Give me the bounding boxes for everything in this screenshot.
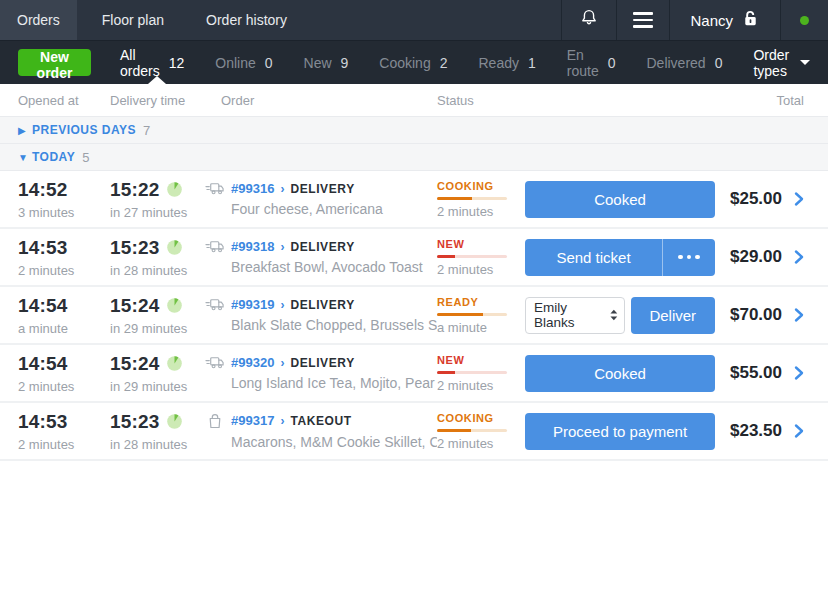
open-order-chevron-icon[interactable] — [794, 249, 804, 265]
timer-pie-icon — [166, 355, 183, 372]
open-order-chevron-icon[interactable] — [794, 365, 804, 381]
order-row[interactable]: 14:53 2 minutes 15:23 in 28 minutes #993… — [0, 403, 828, 461]
bag-icon — [205, 413, 225, 429]
order-row[interactable]: 14:53 2 minutes 15:23 in 28 minutes #993… — [0, 229, 828, 287]
order-number-link[interactable]: #99320 — [231, 355, 274, 370]
filter-tab-ready[interactable]: Ready 1 — [479, 55, 536, 71]
filter-tab-delivered[interactable]: Delivered 0 — [646, 55, 722, 71]
filter-tab-all-orders[interactable]: All orders 12 — [120, 47, 184, 79]
notifications-button[interactable] — [561, 0, 616, 40]
opened-ago: 2 minutes — [18, 437, 110, 452]
nav-tab-order-history-label: Order history — [206, 12, 287, 28]
order-items: Breakfast Bowl, Avocado Toast — [205, 259, 437, 275]
column-header-delivery-time: Delivery time — [110, 93, 205, 108]
nav-tab-floor-plan[interactable]: Floor plan — [85, 0, 181, 40]
status-label: NEW — [437, 354, 525, 366]
filter-tab-new[interactable]: New 9 — [304, 55, 349, 71]
filter-bar: New order All orders 12 Online 0 New 9 C… — [0, 41, 828, 84]
timer-pie-icon — [166, 297, 183, 314]
nav-tab-order-history[interactable]: Order history — [189, 0, 304, 40]
order-cell: #99316 › DELIVERY Four cheese, Americana — [205, 181, 437, 217]
opened-at-cell: 14:54 a minute — [18, 295, 110, 336]
open-order-chevron-icon[interactable] — [794, 191, 804, 207]
section-today[interactable]: ▼ TODAY 5 — [0, 144, 828, 171]
section-label: TODAY — [32, 150, 75, 164]
delivery-in: in 29 minutes — [110, 379, 205, 394]
delivery-time: 15:23 — [110, 411, 160, 433]
order-items: Blank Slate Chopped, Brussels Sp... — [205, 317, 437, 333]
delivery-time-cell: 15:22 in 27 minutes — [110, 179, 205, 220]
proceed-to-payment-button[interactable]: Proceed to payment — [525, 413, 715, 450]
order-type-label: TAKEOUT — [290, 414, 351, 428]
hamburger-icon — [633, 12, 653, 28]
courier-select[interactable]: Emily Blanks — [525, 297, 625, 334]
caret-down-icon: ▼ — [18, 152, 32, 163]
order-row[interactable]: 14:54 2 minutes 15:24 in 29 minutes #993… — [0, 345, 828, 403]
filter-tab-count: 12 — [169, 55, 185, 71]
section-count: 5 — [82, 150, 89, 165]
open-order-chevron-icon[interactable] — [794, 423, 804, 439]
order-row[interactable]: 14:54 a minute 15:24 in 29 minutes #9931… — [0, 287, 828, 345]
user-name: Nancy — [690, 12, 733, 29]
status-cell: COOKING 2 minutes — [437, 180, 525, 219]
timer-pie-icon — [166, 239, 183, 256]
filter-tab-cooking[interactable]: Cooking 2 — [379, 55, 447, 71]
courier-select-value: Emily Blanks — [534, 300, 609, 330]
filter-tabs: All orders 12 Online 0 New 9 Cooking 2 R… — [120, 47, 753, 79]
order-number-link[interactable]: #99319 — [231, 297, 274, 312]
action-cell: Cooked — [525, 355, 715, 392]
order-cell: #99320 › DELIVERY Long Island Ice Tea, M… — [205, 355, 437, 391]
deliver-button[interactable]: Deliver — [631, 297, 716, 334]
column-header-status: Status — [437, 93, 525, 108]
dot-icon — [695, 255, 700, 260]
order-total: $55.00 — [730, 363, 782, 383]
new-order-button[interactable]: New order — [18, 49, 91, 76]
filter-tab-count: 0 — [608, 55, 616, 71]
filter-tab-label: All orders — [120, 47, 160, 79]
opened-ago: 2 minutes — [18, 379, 110, 394]
connection-status — [780, 0, 828, 40]
menu-button[interactable] — [616, 0, 669, 40]
order-total: $29.00 — [730, 247, 782, 267]
opened-ago: a minute — [18, 321, 110, 336]
delivery-time-cell: 15:23 in 28 minutes — [110, 237, 205, 278]
cooked-button[interactable]: Cooked — [525, 355, 715, 392]
nav-tab-orders[interactable]: Orders — [0, 0, 77, 40]
order-number-link[interactable]: #99317 — [231, 413, 274, 428]
status-cell: NEW 2 minutes — [437, 354, 525, 393]
filter-tab-label: Delivered — [646, 55, 705, 71]
status-progress-bar — [437, 197, 507, 200]
order-row[interactable]: 14:52 3 minutes 15:22 in 27 minutes #993… — [0, 171, 828, 229]
open-order-chevron-icon[interactable] — [794, 307, 804, 323]
filter-tab-count: 0 — [715, 55, 723, 71]
opened-at-cell: 14:53 2 minutes — [18, 411, 110, 452]
column-header-total: Total — [715, 93, 804, 108]
filter-tab-online[interactable]: Online 0 — [215, 55, 272, 71]
status-label: COOKING — [437, 180, 525, 192]
filter-tab-label: Online — [215, 55, 255, 71]
order-items: Four cheese, Americana — [205, 201, 437, 217]
dot-icon — [678, 255, 683, 260]
filter-tab-label: En route — [567, 47, 599, 79]
order-cell: #99317 › TAKEOUT Macarons, M&M Cookie Sk… — [205, 413, 437, 450]
delivery-time: 15:24 — [110, 353, 160, 375]
order-types-dropdown[interactable]: Order types — [753, 47, 810, 79]
order-number-link[interactable]: #99318 — [231, 239, 274, 254]
orders-app: Orders Floor plan Order history Nancy — [0, 0, 828, 599]
filter-tab-en-route[interactable]: En route 0 — [567, 47, 616, 79]
cooked-button[interactable]: Cooked — [525, 181, 715, 218]
section-previous-days[interactable]: ▶ PREVIOUS DAYS 7 — [0, 117, 828, 144]
caret-right-icon: ▶ — [18, 125, 32, 136]
empty-area — [0, 461, 828, 599]
filter-tab-label: Ready — [479, 55, 519, 71]
send-ticket-button[interactable]: Send ticket — [525, 239, 662, 276]
opened-ago: 3 minutes — [18, 205, 110, 220]
more-actions-button[interactable] — [663, 239, 715, 276]
user-menu[interactable]: Nancy — [669, 0, 780, 40]
status-cell: NEW 2 minutes — [437, 238, 525, 277]
order-number-link[interactable]: #99316 — [231, 181, 274, 196]
order-total: $25.00 — [730, 189, 782, 209]
delivery-in: in 29 minutes — [110, 321, 205, 336]
delivery-time-cell: 15:24 in 29 minutes — [110, 353, 205, 394]
delivery-time: 15:22 — [110, 179, 160, 201]
